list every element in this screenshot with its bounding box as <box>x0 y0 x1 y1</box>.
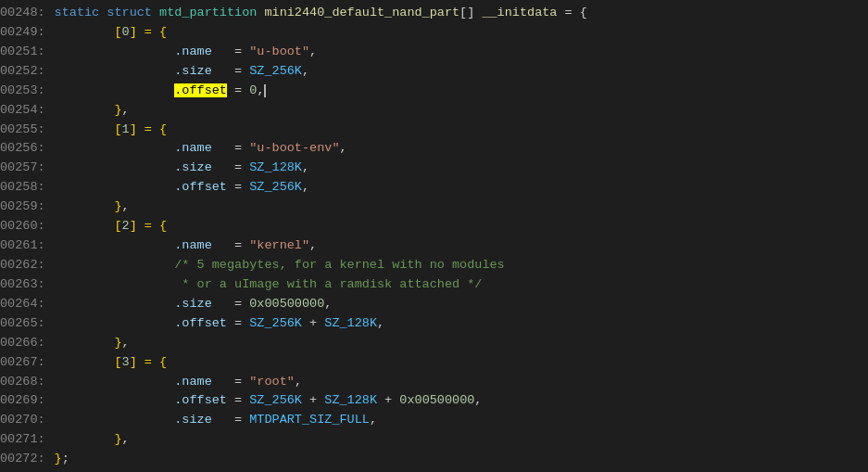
code-line: 00258: .offset = SZ_256K, <box>0 178 868 198</box>
token: [ <box>114 219 121 233</box>
line-number: 00262: <box>0 256 55 275</box>
token: , <box>295 375 302 389</box>
token: , <box>122 103 130 117</box>
token <box>55 45 175 58</box>
line-number: 00263: <box>0 275 55 295</box>
token: + <box>302 316 324 330</box>
token: .name <box>174 141 212 155</box>
token: .offset <box>174 316 227 330</box>
token: = <box>212 160 250 174</box>
token: .offset <box>174 180 227 194</box>
token: 0 <box>122 25 130 39</box>
line-number: 00261: <box>0 236 55 256</box>
token: = { <box>137 122 167 136</box>
code-line: 00259: }, <box>0 198 868 217</box>
token <box>55 238 175 252</box>
line-number: 00252: <box>0 62 55 82</box>
code-line: 00256: .name = "u-boot-env", <box>0 139 868 159</box>
line-number: 00265: <box>0 314 55 334</box>
token: ] <box>130 25 137 39</box>
token: } <box>114 199 121 213</box>
token <box>55 277 182 291</box>
line-content: [0] = { <box>55 23 868 43</box>
line-content: .size = 0x00500000, <box>55 295 868 314</box>
line-number: 00271: <box>0 430 55 450</box>
token: .name <box>174 375 212 389</box>
token <box>55 219 115 233</box>
line-content: .offset = SZ_256K + SZ_128K + 0x00500000… <box>55 391 868 411</box>
token: SZ_128K <box>324 316 377 330</box>
line-content: /* 5 megabytes, for a kernel with no mod… <box>55 256 868 275</box>
line-content: }; <box>55 450 868 469</box>
token: .size <box>174 297 212 311</box>
token: SZ_256K <box>249 64 302 78</box>
token: /* 5 megabytes, for a kernel with no mod… <box>174 258 504 272</box>
token: .name <box>174 238 212 252</box>
code-line: 00248:static struct mtd_partition mini24… <box>0 4 868 23</box>
token: , <box>339 141 346 155</box>
token: ] <box>130 355 137 369</box>
line-content: }, <box>55 198 868 217</box>
line-content: .size = MTDPART_SIZ_FULL, <box>55 411 868 430</box>
code-line: 00269: .offset = SZ_256K + SZ_128K + 0x0… <box>0 391 868 411</box>
token: = <box>212 297 250 311</box>
line-content: }, <box>55 334 868 353</box>
line-content: static struct mtd_partition mini2440_def… <box>55 4 868 23</box>
token: .size <box>174 64 212 78</box>
token <box>55 413 175 427</box>
token: SZ_128K <box>324 393 377 407</box>
token: , <box>122 432 130 446</box>
line-content: .name = "u-boot", <box>55 43 868 62</box>
token: = { <box>137 25 167 39</box>
token: ; <box>62 452 69 466</box>
token <box>55 122 115 136</box>
token: = <box>227 83 249 97</box>
token: } <box>55 452 62 466</box>
code-line: 00268: .name = "root", <box>0 373 868 392</box>
token: 0x00500000 <box>399 393 474 407</box>
token: 3 <box>122 355 130 369</box>
code-line: 00261: .name = "kernel", <box>0 236 868 256</box>
code-editor: 00248:static struct mtd_partition mini24… <box>0 0 868 472</box>
line-content: }, <box>55 101 868 121</box>
line-number: 00254: <box>0 101 55 121</box>
line-number: 00272: <box>0 450 55 469</box>
token: + <box>302 393 324 407</box>
code-line: 00249: [0] = { <box>0 23 868 43</box>
code-line: 00270: .size = MTDPART_SIZ_FULL, <box>0 411 868 430</box>
line-content: * or a uImage with a ramdisk attached */ <box>55 275 868 295</box>
token: = <box>212 413 250 427</box>
code-line: 00271: }, <box>0 430 868 450</box>
line-number: 00268: <box>0 373 55 392</box>
line-number: 00269: <box>0 391 55 411</box>
token <box>55 355 115 369</box>
token <box>55 141 175 155</box>
line-number: 00266: <box>0 334 55 353</box>
line-number: 00251: <box>0 43 55 62</box>
code-line: 00251: .name = "u-boot", <box>0 43 868 62</box>
line-content: [2] = { <box>55 217 868 236</box>
token <box>55 180 175 194</box>
token: [] <box>459 6 482 19</box>
line-content: .name = "root", <box>55 373 868 392</box>
token: [ <box>114 122 121 136</box>
token: = <box>212 45 250 58</box>
token: SZ_256K <box>249 316 302 330</box>
token: SZ_256K <box>249 180 302 194</box>
line-number: 00257: <box>0 159 55 178</box>
token: , <box>377 316 384 330</box>
code-line: 00255: [1] = { <box>0 121 868 140</box>
code-line: 00260: [2] = { <box>0 217 868 236</box>
token <box>55 160 175 174</box>
token <box>55 316 175 330</box>
token: = { <box>137 219 167 233</box>
token: = <box>227 316 249 330</box>
line-content: }, <box>55 430 868 450</box>
token: , <box>302 160 309 174</box>
token <box>55 103 115 117</box>
token: } <box>114 103 121 117</box>
token: "kernel" <box>249 238 309 252</box>
token <box>55 83 175 97</box>
token: .size <box>174 160 212 174</box>
token: = <box>212 64 250 78</box>
